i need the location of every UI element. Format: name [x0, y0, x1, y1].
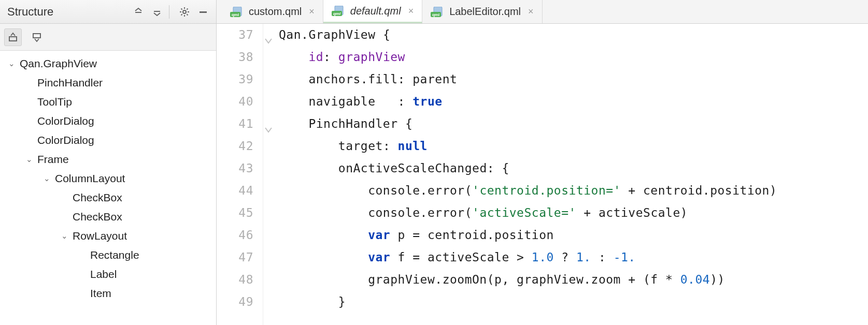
code-line[interactable]: onActiveScaleChanged: { [279, 157, 868, 180]
code-line[interactable]: graphView.zoomOn(p, graphView.zoom + (f … [279, 269, 868, 291]
svg-line-9 [181, 14, 182, 15]
line-number: 37 [217, 24, 253, 46]
line-number: 48 [217, 269, 253, 291]
expand-all-icon[interactable] [131, 4, 146, 20]
code-text[interactable]: Qan.GraphView { id: graphView anchors.fi… [278, 24, 868, 325]
line-number: 40 [217, 91, 253, 113]
code-line[interactable]: anchors.fill: parent [279, 68, 868, 91]
line-number: 42 [217, 135, 253, 157]
close-icon[interactable]: × [528, 6, 534, 17]
tree-item-label: RowLayout [73, 230, 127, 242]
line-number: 41 [217, 113, 253, 135]
code-line[interactable]: id: graphView [279, 46, 868, 68]
chevron-down-icon[interactable]: ⌄ [59, 231, 69, 241]
svg-point-2 [183, 10, 186, 13]
code-line[interactable]: console.error('activeScale=' + activeSca… [279, 202, 868, 224]
line-number: 49 [217, 291, 253, 313]
structure-header: Structure [0, 0, 216, 24]
tree-item[interactable]: PinchHandler [0, 73, 216, 92]
svg-rect-0 [135, 12, 141, 13]
tree-item-label: ColorDialog [37, 115, 94, 127]
tree-item-label: CheckBox [73, 211, 122, 223]
code-line[interactable]: target: null [279, 135, 868, 157]
line-gutter: 37383940414243444546474849 [217, 24, 263, 325]
tree-item[interactable]: ColorDialog [0, 111, 216, 130]
qml-file-icon: qml [230, 7, 244, 17]
line-number: 45 [217, 202, 253, 224]
tree-item-label: CheckBox [73, 191, 122, 204]
chevron-down-icon[interactable]: ⌄ [41, 174, 52, 183]
svg-rect-12 [9, 37, 17, 41]
tree-item[interactable]: ⌄Frame [0, 150, 216, 169]
tree-item[interactable]: CheckBox [0, 188, 216, 207]
editor-tab[interactable]: qmldefault.qml× [323, 0, 422, 23]
chevron-down-icon[interactable]: ⌄ [24, 155, 34, 164]
svg-line-7 [181, 8, 182, 9]
fold-column[interactable] [263, 24, 278, 325]
tab-label: LabelEditor.qml [449, 6, 521, 18]
hide-panel-icon[interactable] [195, 4, 211, 20]
tab-label: default.qml [350, 5, 401, 17]
tree-item[interactable]: ColorDialog [0, 130, 216, 150]
divider [169, 5, 169, 19]
code-line[interactable]: Qan.GraphView { [279, 24, 868, 46]
tree-item-label: Rectangle [90, 249, 139, 261]
tree-item-label: ToolTip [37, 96, 72, 108]
close-icon[interactable]: × [408, 6, 414, 17]
code-line[interactable]: var f = activeScale > 1.0 ? 1. : -1. [279, 246, 868, 269]
editor-tab[interactable]: qmlcustom.qml× [222, 0, 323, 23]
scroll-from-source-icon[interactable] [4, 28, 22, 46]
structure-tree[interactable]: ⌄Qan.GraphViewPinchHandlerToolTipColorDi… [0, 51, 216, 325]
fold-toggle-icon[interactable] [264, 119, 274, 128]
code-line[interactable]: PinchHandler { [279, 113, 868, 135]
code-line[interactable]: var p = centroid.position [279, 224, 868, 246]
gear-icon[interactable] [177, 4, 192, 20]
svg-line-10 [187, 8, 188, 9]
tree-item-label: Label [90, 268, 117, 280]
tree-item[interactable]: Label [0, 264, 216, 284]
tab-label: custom.qml [249, 6, 302, 18]
line-number: 46 [217, 224, 253, 246]
line-number: 44 [217, 180, 253, 202]
svg-text:qml: qml [333, 11, 341, 16]
code-line[interactable]: } [279, 291, 868, 313]
editor-area: qmlcustom.qml×qmldefault.qml×qmlLabelEdi… [217, 0, 868, 325]
svg-rect-11 [200, 11, 207, 13]
tree-item[interactable]: CheckBox [0, 207, 216, 226]
tree-item-label: ColorDialog [37, 134, 94, 146]
chevron-down-icon[interactable]: ⌄ [6, 59, 17, 68]
close-icon[interactable]: × [309, 6, 315, 17]
editor-tab[interactable]: qmlLabelEditor.qml× [422, 0, 542, 23]
tree-item-label: Item [90, 287, 111, 300]
line-number: 39 [217, 68, 253, 91]
fold-toggle-icon[interactable] [264, 30, 274, 39]
tree-item[interactable]: ⌄ColumnLayout [0, 169, 216, 188]
structure-title: Structure [7, 5, 127, 19]
svg-rect-13 [33, 34, 40, 38]
editor-tabs: qmlcustom.qml×qmldefault.qml×qmlLabelEdi… [217, 0, 868, 24]
code-line[interactable]: navigable : true [279, 91, 868, 113]
svg-line-8 [187, 14, 188, 15]
collapse-all-icon[interactable] [149, 4, 165, 20]
svg-text:qml: qml [232, 12, 239, 17]
structure-panel: Structure ⌄Qan.GraphViewPinchHandlerTool… [0, 0, 217, 325]
code-editor[interactable]: 37383940414243444546474849 Qan.GraphView… [217, 24, 868, 325]
code-line[interactable]: console.error('centroid.position=' + cen… [279, 180, 868, 202]
qml-file-icon: qml [332, 6, 345, 16]
qml-file-icon: qml [431, 7, 444, 17]
tree-item-label: Frame [37, 153, 69, 166]
tree-item[interactable]: ⌄Qan.GraphView [0, 54, 216, 73]
tree-item[interactable]: Rectangle [0, 245, 216, 264]
line-number: 47 [217, 246, 253, 269]
autoscroll-icon[interactable] [28, 28, 46, 46]
tree-item[interactable]: Item [0, 284, 216, 303]
structure-toolbar [0, 24, 216, 51]
line-number: 43 [217, 157, 253, 180]
tree-item[interactable]: ⌄RowLayout [0, 226, 216, 245]
tree-item[interactable]: ToolTip [0, 92, 216, 111]
svg-rect-1 [154, 11, 160, 12]
tree-item-label: ColumnLayout [55, 172, 125, 185]
line-number: 38 [217, 46, 253, 68]
tree-item-label: Qan.GraphView [20, 57, 97, 70]
svg-text:qml: qml [432, 12, 439, 17]
